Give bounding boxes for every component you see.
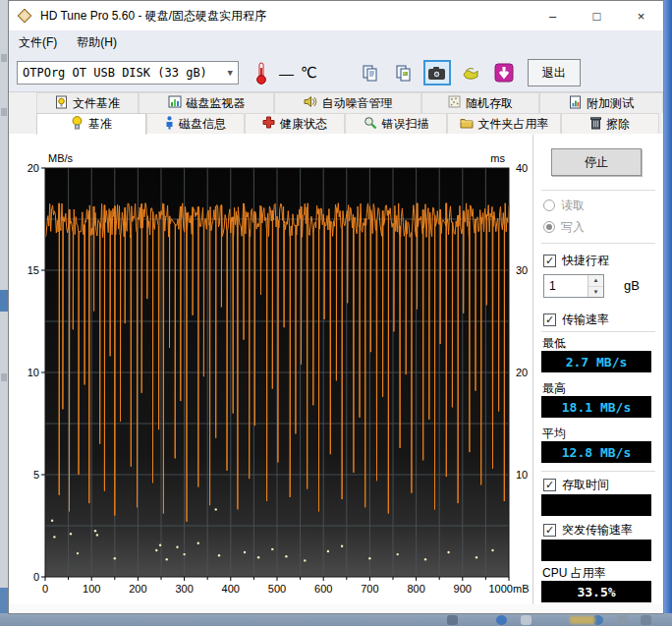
burst-rate-row[interactable]: ✓ 突发传输速率 xyxy=(543,522,633,538)
divider xyxy=(541,190,655,191)
screenshot-button[interactable] xyxy=(423,60,451,85)
access-time-row[interactable]: ✓ 存取时间 xyxy=(543,477,609,492)
stop-button[interactable]: 停止 xyxy=(551,148,642,176)
shortstroke-value: 1 xyxy=(544,279,588,293)
disk-monitor-icon xyxy=(168,95,182,111)
close-button[interactable]: × xyxy=(619,1,663,30)
stepper-arrows[interactable]: ▲▼ xyxy=(588,275,603,297)
exit-button[interactable]: 退出 xyxy=(528,59,581,86)
tab-擦除[interactable]: 擦除 xyxy=(561,113,659,134)
copy-text-button[interactable] xyxy=(357,60,384,85)
svg-text:10: 10 xyxy=(28,367,39,378)
benchmark-content: MB/sms2015105040302010010020030040050060… xyxy=(9,135,663,604)
benchmark-side-panel: 停止 读取 写入 ✓ 快捷行程 1 ▲▼ gB ✓ 传输速率 xyxy=(532,135,663,604)
access-time-checkbox[interactable]: ✓ xyxy=(543,479,556,491)
app-icon xyxy=(17,8,32,24)
write-radio[interactable] xyxy=(543,221,555,233)
cpu-usage-display: 33.5% xyxy=(541,581,651,602)
tab-文件基准[interactable]: 文件基准 xyxy=(36,92,139,113)
copy-image-button[interactable] xyxy=(390,60,418,85)
donate-button[interactable] xyxy=(457,60,484,85)
thermometer-icon xyxy=(255,61,267,85)
shortstroke-unit: gB xyxy=(624,278,640,293)
svg-text:1000mB: 1000mB xyxy=(489,583,530,595)
burst-rate-label: 突发传输速率 xyxy=(562,522,633,539)
taskbar-icon[interactable] xyxy=(617,615,628,625)
temperature-value: — xyxy=(279,65,294,82)
tab-基准[interactable]: 基准 xyxy=(36,113,146,135)
tab-label: 附加测试 xyxy=(587,95,634,112)
svg-text:400: 400 xyxy=(222,583,240,595)
health-icon xyxy=(262,116,275,132)
min-speed-label: 最低 xyxy=(542,335,566,352)
tab-strip: 文件基准磁盘监视器自动噪音管理随机存取附加测试 基准磁盘信息健康状态错误扫描文件… xyxy=(9,92,663,134)
burst-rate-display xyxy=(541,540,651,561)
tab-健康状态[interactable]: 健康状态 xyxy=(245,113,345,134)
svg-text:10: 10 xyxy=(516,469,528,481)
download-arrow-icon xyxy=(494,63,514,83)
extra-tests-icon xyxy=(569,95,582,112)
divider xyxy=(541,331,655,332)
access-time-display xyxy=(541,494,651,516)
svg-text:20: 20 xyxy=(28,162,39,174)
temperature-button[interactable] xyxy=(249,60,274,85)
tab-附加测试[interactable]: 附加测试 xyxy=(539,92,663,113)
shortstroke-checkbox[interactable]: ✓ xyxy=(543,255,556,267)
svg-text:200: 200 xyxy=(129,583,146,595)
tab-label: 基准 xyxy=(88,116,112,133)
toolbar: OTPOrg OT USB DISK (33 gB) ▼ — ℃ xyxy=(9,54,663,92)
taskbar-icon[interactable] xyxy=(496,615,507,625)
divider xyxy=(541,243,655,244)
svg-text:0: 0 xyxy=(33,571,39,583)
read-radio-label: 读取 xyxy=(561,198,585,214)
access-time-label: 存取时间 xyxy=(562,477,609,493)
tab-文件夹占用率[interactable]: 文件夹占用率 xyxy=(447,113,561,134)
shortstroke-stepper[interactable]: 1 ▲▼ xyxy=(543,274,604,298)
burst-rate-checkbox[interactable]: ✓ xyxy=(543,524,556,537)
minimize-button[interactable]: – xyxy=(531,1,575,30)
svg-text:500: 500 xyxy=(268,583,286,595)
tab-label: 文件基准 xyxy=(73,95,120,112)
tab-错误扫描[interactable]: 错误扫描 xyxy=(345,113,447,134)
tab-磁盘信息[interactable]: 磁盘信息 xyxy=(146,113,245,134)
shortstroke-label: 快捷行程 xyxy=(562,253,609,269)
shortstroke-row[interactable]: ✓ 快捷行程 xyxy=(543,253,609,268)
maximize-button[interactable]: □ xyxy=(575,1,619,30)
svg-text:900: 900 xyxy=(454,583,472,595)
svg-text:15: 15 xyxy=(28,264,39,276)
noise-management-icon xyxy=(304,95,317,111)
taskbar-icon[interactable] xyxy=(447,615,458,625)
svg-text:20: 20 xyxy=(516,367,528,378)
tab-随机存取[interactable]: 随机存取 xyxy=(421,92,539,113)
read-radio[interactable] xyxy=(543,199,555,211)
menu-help[interactable]: 帮助(H) xyxy=(67,30,127,54)
random-access-icon xyxy=(448,95,461,111)
tab-label: 错误扫描 xyxy=(382,116,429,133)
svg-text:0: 0 xyxy=(42,583,48,595)
window-title: HD Tune Pro 5.60 - 硬盘/固态硬盘实用程序 xyxy=(40,8,266,25)
taskbar-clock-glow xyxy=(570,616,595,624)
divider xyxy=(541,471,655,472)
tab-磁盘监视器[interactable]: 磁盘监视器 xyxy=(139,92,274,113)
taskbar-icon[interactable] xyxy=(521,615,532,625)
tab-label: 文件夹占用率 xyxy=(478,116,549,133)
background-window-edge xyxy=(664,0,672,626)
drive-select-dropdown[interactable]: OTPOrg OT USB DISK (33 gB) ▼ xyxy=(17,61,239,85)
menu-file[interactable]: 文件(F) xyxy=(9,30,67,54)
hands-icon xyxy=(462,65,479,81)
tab-label: 随机存取 xyxy=(466,95,513,112)
transfer-rate-row[interactable]: ✓ 传输速率 xyxy=(543,312,609,327)
save-results-button[interactable] xyxy=(490,60,518,85)
min-speed-display: 2.7 MB/s xyxy=(541,351,651,372)
svg-text:ms: ms xyxy=(490,152,505,164)
app-window: HD Tune Pro 5.60 - 硬盘/固态硬盘实用程序 – □ × 文件(… xyxy=(8,0,664,614)
write-radio-row[interactable]: 写入 xyxy=(543,219,585,235)
tab-label: 健康状态 xyxy=(280,116,327,133)
tab-自动噪音管理[interactable]: 自动噪音管理 xyxy=(274,92,421,113)
read-radio-row[interactable]: 读取 xyxy=(543,198,585,213)
camera-icon xyxy=(427,66,446,81)
title-bar[interactable]: HD Tune Pro 5.60 - 硬盘/固态硬盘实用程序 – □ × xyxy=(9,1,663,30)
taskbar-icon[interactable] xyxy=(641,615,651,625)
taskbar[interactable] xyxy=(0,613,672,626)
transfer-rate-checkbox[interactable]: ✓ xyxy=(543,313,556,326)
